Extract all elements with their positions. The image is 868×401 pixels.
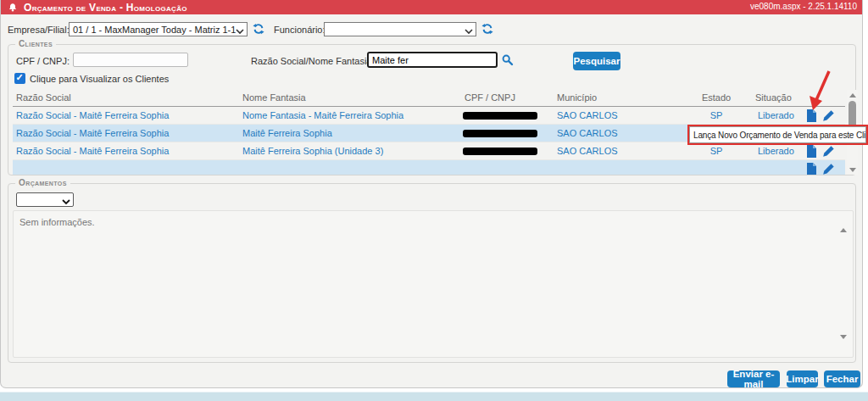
chevron-down-icon (62, 197, 70, 207)
edit-pencil-icon[interactable] (822, 145, 835, 158)
clientes-legend: Clientes (15, 39, 56, 48)
cpf-redaction-bar (463, 130, 537, 137)
scroll-down-arrow-icon[interactable] (847, 164, 858, 175)
cell-cpf-cnpj (463, 130, 537, 137)
enviar-email-button[interactable]: Enviar e-mail (727, 370, 780, 387)
new-orcamento-document-icon[interactable] (806, 145, 817, 158)
version-label: ve080m.aspx - 2.25.1.14110 (750, 2, 857, 11)
razao-social-label: Razão Social/Nome Fantasia: (251, 56, 375, 66)
orcamento-venda-window: Orçamento de Venda - Homologação ve080m.… (0, 0, 863, 388)
checkbox-checked-icon[interactable] (14, 73, 25, 84)
header-estado: Estado (695, 92, 737, 103)
cell-cpf-cnpj (463, 148, 537, 155)
chevron-down-icon (465, 26, 473, 36)
cell-nome-fantasia[interactable]: Nome Fantasia - Maitê Ferreira Sophia (242, 110, 403, 120)
background-status-strip (0, 392, 868, 401)
tooltip-annotation-box: Lança Novo Orçamento de Venda para este … (687, 125, 868, 145)
empresa-filial-label: Empresa/Filial: (8, 25, 70, 35)
header-municipio: Município (557, 92, 597, 103)
window-titlebar: Orçamento de Venda - Homologação ve080m.… (1, 0, 862, 14)
header-razao-social: Razão Social (16, 92, 71, 103)
cpf-redaction-bar (463, 148, 537, 155)
pesquisar-button[interactable]: Pesquisar (573, 52, 620, 70)
empresa-filial-select[interactable]: 01 / 1 - MaxManager Today - Matriz 1-1 (69, 22, 248, 36)
scroll-down-arrow-icon[interactable] (840, 339, 847, 354)
page-title: Orçamento de Venda - Homologação (24, 2, 187, 14)
cell-cpf-cnpj (463, 112, 537, 120)
cell-situacao: Liberado (758, 110, 794, 120)
annotation-arrow-icon (804, 68, 833, 112)
limpar-button[interactable]: Limpar (787, 370, 818, 387)
table-row[interactable] (13, 160, 845, 175)
row-actions (806, 163, 835, 175)
visualizar-clientes-checkbox-row[interactable]: Clique para Visualizar os Clientes (14, 73, 169, 84)
refresh-empresa-icon[interactable] (253, 23, 264, 35)
new-orcamento-document-icon[interactable] (806, 163, 817, 175)
clients-table-header: Razão Social Nome Fantasia CPF / CNPJ Mu… (13, 90, 845, 107)
bell-icon[interactable] (8, 3, 18, 13)
header-situacao: Situação (755, 92, 792, 103)
scroll-up-arrow-icon[interactable] (840, 214, 847, 229)
razao-social-input[interactable] (367, 52, 498, 68)
table-row[interactable]: Razão Social - Maitê Ferreira Sophia Mai… (13, 142, 845, 160)
cpf-redaction-bar (463, 112, 537, 120)
header-cpf-cnpj: CPF / CNPJ (465, 92, 515, 103)
row-actions (806, 145, 835, 158)
cell-nome-fantasia[interactable]: Maitê Ferreira Sophia (242, 128, 332, 138)
cpf-cnpj-label: CPF / CNPJ: (16, 56, 70, 66)
empresa-filial-value: 01 / 1 - MaxManager Today - Matriz 1-1 (73, 25, 236, 35)
funcionario-label: Funcionário: (274, 25, 326, 35)
edit-pencil-icon[interactable] (822, 163, 835, 175)
checkbox-label: Clique para Visualizar os Clientes (30, 74, 169, 84)
cell-razao-social[interactable]: Razão Social - Maitê Ferreira Sophia (16, 110, 169, 120)
search-icon[interactable] (502, 54, 514, 70)
cell-razao-social[interactable]: Razão Social - Maitê Ferreira Sophia (16, 146, 169, 156)
funcionario-select[interactable] (324, 22, 476, 36)
table-row[interactable]: Razão Social - Maitê Ferreira Sophia Nom… (13, 107, 845, 125)
cell-estado: SP (695, 110, 737, 120)
orcamentos-legend: Orçamentos (15, 178, 70, 187)
cell-municipio: SAO CARLOS (557, 110, 618, 120)
fechar-button[interactable]: Fechar (824, 370, 860, 387)
empty-message: Sem informações. (19, 217, 95, 227)
cell-razao-social[interactable]: Razão Social - Maitê Ferreira Sophia (16, 128, 169, 138)
cell-municipio: SAO CARLOS (557, 128, 618, 138)
cell-municipio: SAO CARLOS (557, 146, 618, 156)
chevron-down-icon (236, 26, 244, 36)
tooltip: Lança Novo Orçamento de Venda para este … (689, 126, 866, 143)
cell-situacao: Liberado (758, 146, 794, 156)
cell-estado: SP (695, 146, 737, 156)
refresh-funcionario-icon[interactable] (481, 23, 493, 35)
scroll-up-arrow-icon[interactable] (847, 90, 858, 100)
header-nome-fantasia: Nome Fantasia (242, 92, 306, 103)
cell-nome-fantasia[interactable]: Maitê Ferreira Sophia (Unidade 3) (242, 146, 383, 156)
cpf-cnpj-input[interactable] (73, 53, 188, 67)
orcamento-select[interactable] (16, 192, 74, 207)
orcamentos-panel: Sem informações. (13, 210, 854, 358)
